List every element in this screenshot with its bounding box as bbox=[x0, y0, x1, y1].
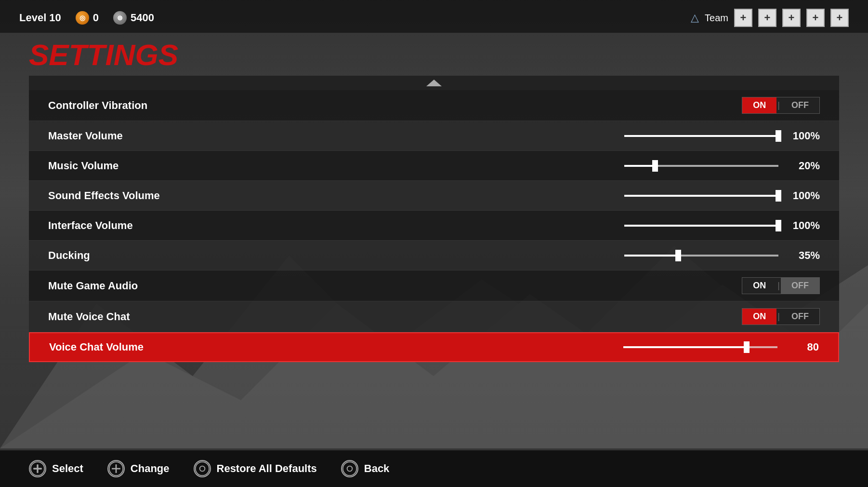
back-btn-icon bbox=[341, 460, 358, 477]
svg-point-2 bbox=[31, 462, 44, 475]
coins-display: ◎ 0 bbox=[76, 11, 99, 25]
slider-track-master bbox=[624, 135, 778, 137]
slider-sfx-volume[interactable]: 100% bbox=[212, 189, 820, 202]
control-master-volume: 100% bbox=[212, 130, 820, 142]
top-bar: Level 10 ◎ 0 ⊛ 5400 △ Team + + + + + bbox=[0, 0, 868, 33]
slider-value-interface: 100% bbox=[786, 219, 820, 232]
label-ducking: Ducking bbox=[48, 249, 212, 262]
row-sfx-volume[interactable]: Sound Effects Volume 100% bbox=[29, 181, 839, 211]
toggle-controller-vibration[interactable]: ON | OFF bbox=[742, 97, 820, 114]
svg-point-8 bbox=[195, 462, 209, 475]
row-interface-volume[interactable]: Interface Volume 100% bbox=[29, 211, 839, 241]
toggle-off-controller-vibration[interactable]: OFF bbox=[781, 97, 819, 113]
coin-icon: ◎ bbox=[76, 11, 89, 25]
slider-track-interface bbox=[624, 225, 778, 227]
slider-thumb-master[interactable] bbox=[776, 130, 781, 142]
control-mute-game-audio: ON | OFF bbox=[212, 277, 820, 294]
svg-point-10 bbox=[343, 462, 356, 475]
slider-ducking[interactable]: 35% bbox=[212, 249, 820, 262]
control-sfx-volume: 100% bbox=[212, 189, 820, 202]
control-ducking: 35% bbox=[212, 249, 820, 262]
slider-music-volume[interactable]: 20% bbox=[212, 160, 820, 172]
slider-fill-voice bbox=[623, 346, 747, 348]
slider-fill-master bbox=[624, 135, 778, 137]
slider-interface-volume[interactable]: 100% bbox=[212, 219, 820, 232]
label-controller-vibration: Controller Vibration bbox=[48, 99, 212, 112]
toggle-off-mute-game[interactable]: OFF bbox=[781, 278, 819, 294]
label-mute-voice-chat: Mute Voice Chat bbox=[48, 311, 212, 323]
row-controller-vibration[interactable]: Controller Vibration ON | OFF bbox=[29, 90, 839, 121]
toggle-on-mute-game[interactable]: ON bbox=[742, 278, 776, 294]
restore-btn-icon bbox=[194, 460, 211, 477]
label-interface-volume: Interface Volume bbox=[48, 219, 212, 232]
slider-thumb-sfx[interactable] bbox=[776, 190, 781, 202]
toggle-mute-game-audio[interactable]: ON | OFF bbox=[742, 277, 820, 294]
level-display: Level 10 bbox=[19, 12, 61, 24]
gem-icon: ⊛ bbox=[113, 11, 127, 25]
slider-track-sfx bbox=[624, 195, 778, 197]
coins-value: 0 bbox=[93, 12, 99, 24]
plus-btn-3[interactable]: + bbox=[782, 9, 801, 27]
plus-btn-4[interactable]: + bbox=[806, 9, 825, 27]
slider-track-ducking bbox=[624, 255, 778, 257]
slider-track-music bbox=[624, 165, 778, 167]
control-mute-voice-chat: ON | OFF bbox=[212, 308, 820, 325]
svg-point-11 bbox=[347, 466, 352, 472]
svg-point-9 bbox=[199, 466, 205, 472]
main-content: SETTINGS Controller Vibration ON | OFF M… bbox=[0, 38, 868, 362]
slider-thumb-music[interactable] bbox=[652, 160, 658, 172]
control-music-volume: 20% bbox=[212, 160, 820, 172]
slider-thumb-voice[interactable] bbox=[744, 341, 750, 353]
change-btn-icon bbox=[107, 460, 125, 477]
action-restore[interactable]: Restore All Defaults bbox=[194, 460, 317, 477]
team-label: △ Team bbox=[688, 12, 728, 24]
slider-fill-ducking bbox=[624, 255, 678, 257]
settings-panel: Controller Vibration ON | OFF Master Vol… bbox=[29, 76, 839, 362]
top-bar-left: Level 10 ◎ 0 ⊛ 5400 bbox=[19, 11, 154, 25]
slider-fill-interface bbox=[624, 225, 778, 227]
bottom-bar: Select Change Restore All Defaults bbox=[0, 450, 868, 487]
label-music-volume: Music Volume bbox=[48, 160, 212, 172]
slider-thumb-interface[interactable] bbox=[776, 220, 781, 231]
plus-btn-1[interactable]: + bbox=[734, 9, 752, 27]
scroll-indicator-top bbox=[29, 76, 839, 90]
select-btn-icon bbox=[29, 460, 46, 477]
control-controller-vibration: ON | OFF bbox=[212, 97, 820, 114]
control-voice-chat-volume: 80 bbox=[213, 341, 819, 353]
action-back[interactable]: Back bbox=[341, 460, 390, 477]
triangle-icon: △ bbox=[688, 12, 701, 24]
action-change[interactable]: Change bbox=[107, 460, 170, 477]
change-label: Change bbox=[131, 462, 170, 475]
slider-thumb-ducking[interactable] bbox=[675, 250, 681, 261]
row-master-volume[interactable]: Master Volume 100% bbox=[29, 121, 839, 151]
top-bar-right: △ Team + + + + + bbox=[688, 9, 849, 27]
slider-voice-chat-volume[interactable]: 80 bbox=[213, 341, 819, 353]
toggle-mute-voice-chat[interactable]: ON | OFF bbox=[742, 308, 820, 325]
restore-label: Restore All Defaults bbox=[217, 462, 317, 475]
gems-value: 5400 bbox=[131, 12, 154, 24]
plus-btn-5[interactable]: + bbox=[830, 9, 849, 27]
label-voice-chat-volume: Voice Chat Volume bbox=[49, 341, 213, 353]
slider-value-master: 100% bbox=[786, 130, 820, 142]
control-interface-volume: 100% bbox=[212, 219, 820, 232]
action-select[interactable]: Select bbox=[29, 460, 83, 477]
row-ducking[interactable]: Ducking 35% bbox=[29, 241, 839, 271]
gems-display: ⊛ 5400 bbox=[113, 11, 154, 25]
toggle-divider-cv: | bbox=[776, 100, 781, 110]
row-mute-voice-chat[interactable]: Mute Voice Chat ON | OFF bbox=[29, 301, 839, 332]
row-mute-game-audio[interactable]: Mute Game Audio ON | OFF bbox=[29, 271, 839, 301]
plus-btn-2[interactable]: + bbox=[758, 9, 776, 27]
row-voice-chat-volume[interactable]: Voice Chat Volume 80 bbox=[29, 332, 839, 362]
slider-master-volume[interactable]: 100% bbox=[212, 130, 820, 142]
toggle-divider-mga: | bbox=[776, 281, 781, 291]
slider-value-voice: 80 bbox=[785, 341, 819, 353]
toggle-on-controller-vibration[interactable]: ON bbox=[742, 97, 776, 113]
toggle-on-mute-voice[interactable]: ON bbox=[742, 309, 776, 325]
label-sfx-volume: Sound Effects Volume bbox=[48, 189, 212, 202]
label-master-volume: Master Volume bbox=[48, 130, 212, 142]
row-music-volume[interactable]: Music Volume 20% bbox=[29, 151, 839, 181]
select-label: Select bbox=[52, 462, 83, 475]
toggle-off-mute-voice[interactable]: OFF bbox=[781, 309, 819, 325]
slider-fill-sfx bbox=[624, 195, 778, 197]
slider-value-ducking: 35% bbox=[786, 249, 820, 262]
